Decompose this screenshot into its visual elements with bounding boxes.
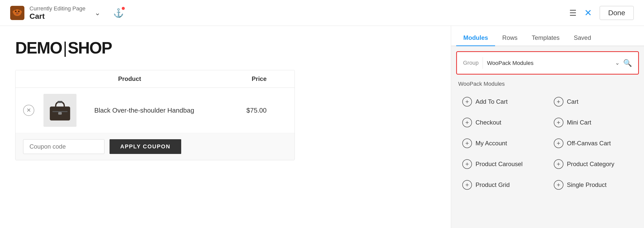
module-product-carousel[interactable]: + Product Carousel [456,154,548,174]
notification-bell[interactable]: ⚓ [113,8,124,18]
module-single-product[interactable]: + Single Product [548,174,639,195]
shop-logo: DEMO|SHOP [15,39,436,57]
svg-rect-10 [58,112,62,115]
tab-modules[interactable]: Modules [456,30,495,46]
module-label: Product Carousel [476,161,523,168]
coupon-input[interactable] [23,139,104,154]
section-title: WooPack Modules [451,79,644,91]
product-price: $75.00 [216,107,267,114]
module-label: My Account [476,140,507,147]
svg-point-6 [20,11,22,13]
right-panel: Modules Rows Templates Saved Group WooPa… [451,26,644,228]
close-button[interactable]: ✕ [584,8,592,18]
remove-item-button[interactable]: ✕ [23,105,34,116]
done-button[interactable]: Done [600,6,634,20]
module-label: Cart [567,98,578,105]
svg-point-3 [18,11,20,12]
module-cart[interactable]: + Cart [548,91,639,112]
cart-table-header: Product Price [16,70,295,88]
product-thumbnail [43,94,76,127]
coupon-row: APPLY COUPON [16,133,295,160]
module-product-category[interactable]: + Product Category [548,154,639,174]
top-bar-left: Currently Editing Page Cart ⌄ ⚓ [10,5,124,21]
add-icon: + [462,180,472,190]
panel-tabs: Modules Rows Templates Saved [451,26,644,46]
module-label: Checkout [476,119,501,126]
group-label: Group [463,57,483,69]
add-icon: + [462,97,472,107]
page-dropdown-arrow[interactable]: ⌄ [95,9,100,17]
add-icon: + [462,138,472,148]
cart-table: Product Price ✕ Black Over-the-should [15,70,295,160]
filter-row: Group WooPack Modules Standard Modules ⌄… [456,51,639,75]
svg-rect-9 [52,111,68,112]
top-bar-right: ☰ ✕ Done [569,6,634,20]
page-info: Currently Editing Page Cart [29,5,85,21]
add-icon: + [462,118,472,127]
app-logo-icon [10,6,24,20]
table-row: ✕ Black Over-the-shoulder Handbag $75.00 [16,88,295,133]
module-label: Product Category [567,161,615,168]
page-name-label: Cart [29,12,85,21]
col-header-product: Product [43,75,216,82]
page-editor: DEMO|SHOP Product Price ✕ [0,26,451,228]
notification-badge [122,7,125,10]
module-mini-cart[interactable]: + Mini Cart [548,112,639,133]
module-my-account[interactable]: + My Account [456,133,548,154]
add-icon: + [554,118,563,127]
svg-point-4 [16,12,19,14]
add-icon: + [554,180,563,190]
add-icon: + [554,97,563,107]
tab-rows[interactable]: Rows [495,30,525,46]
module-label: Product Grid [476,181,510,188]
tab-templates[interactable]: Templates [525,30,566,46]
product-name: Black Over-the-shoulder Handbag [89,107,216,114]
svg-point-5 [13,11,15,13]
module-label: Add To Cart [476,98,508,105]
apply-coupon-button[interactable]: APPLY COUPON [110,139,181,154]
group-select[interactable]: WooPack Modules Standard Modules [487,60,612,66]
tab-saved[interactable]: Saved [567,30,598,46]
add-icon: + [462,159,472,169]
add-icon: + [554,159,563,169]
module-checkout[interactable]: + Checkout [456,112,548,133]
main-content: DEMO|SHOP Product Price ✕ [0,26,644,228]
top-bar: Currently Editing Page Cart ⌄ ⚓ ☰ ✕ Done [0,0,644,26]
col-header-price: Price [216,75,267,82]
add-icon: + [554,138,563,148]
currently-editing-label: Currently Editing Page [29,5,85,12]
module-label: Single Product [567,181,607,188]
module-add-to-cart[interactable]: + Add To Cart [456,91,548,112]
modules-grid: + Add To Cart + Cart + Checkout + Mini C… [451,91,644,195]
module-label: Off-Canvas Cart [567,140,611,147]
module-product-grid[interactable]: + Product Grid [456,174,548,195]
list-icon[interactable]: ☰ [569,8,577,18]
search-icon[interactable]: 🔍 [623,59,632,67]
svg-rect-8 [57,101,63,103]
module-label: Mini Cart [567,119,591,126]
select-arrow-icon: ⌄ [615,60,620,66]
handbag-icon [49,99,71,122]
module-off-canvas-cart[interactable]: + Off-Canvas Cart [548,133,639,154]
svg-point-2 [15,11,17,12]
